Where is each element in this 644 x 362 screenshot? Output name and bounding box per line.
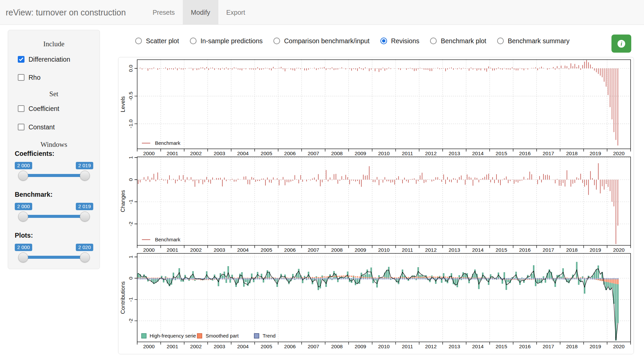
slider-value-to: 2 020 [76,244,93,251]
checkbox-icon [18,74,24,81]
slider-benchmark: Benchmark: 2 000 2 019 [15,191,93,223]
checkbox-constant[interactable]: Constant [18,123,55,131]
tab-export[interactable]: Export [218,0,253,25]
radio-icon [497,38,504,44]
radio-icon [380,38,387,44]
slider-value-from: 2 000 [15,162,32,169]
sidebar-panel: Include Differenciation Rho Set Coeffici… [8,30,100,269]
checkbox-icon [18,124,24,130]
slider-handle-right[interactable] [80,212,90,222]
slider-value-to: 2 019 [76,162,93,169]
radio-scatter-plot[interactable]: Scatter plot [135,37,179,45]
slider-handle-left[interactable] [18,212,28,222]
checkbox-icon [18,56,24,63]
radio-icon [135,38,142,44]
set-heading: Set [8,90,100,98]
checkbox-coefficient[interactable]: Coefficient [18,104,59,113]
checkbox-rho[interactable]: Rho [18,73,41,82]
slider-plots: Plots: 2 000 2 020 [15,232,93,263]
tab-modify[interactable]: Modify [183,0,218,25]
info-icon: i [618,40,625,48]
include-heading: Include [8,40,100,48]
slider-value-from: 2 000 [15,203,32,210]
nav-tabs: Presets Modify Export [145,0,253,25]
checkbox-differenciation[interactable]: Differenciation [18,55,70,64]
slider-track[interactable] [23,256,85,259]
slider-track[interactable] [23,215,85,218]
checkbox-icon [18,105,24,112]
radio-icon [273,38,280,44]
slider-handle-left[interactable] [18,252,28,262]
slider-coefficients: Coefficients: 2 000 2 019 [15,150,93,182]
slider-value-from: 2 000 [15,244,32,251]
slider-label: Coefficients: [15,150,93,158]
slider-label: Plots: [15,232,93,239]
slider-track[interactable] [23,174,85,177]
plot-type-radio-group: Scatter plot In-sample predictions Compa… [135,35,570,47]
slider-value-to: 2 019 [76,203,93,210]
slider-label: Benchmark: [15,191,93,198]
tab-presets[interactable]: Presets [145,0,183,25]
radio-benchmark-summary[interactable]: Benchmark summary [497,37,570,45]
radio-benchmark-plot[interactable]: Benchmark plot [430,37,486,45]
radio-in-sample-predictions[interactable]: In-sample predictions [190,37,263,45]
slider-handle-left[interactable] [18,171,28,181]
app-title: reView: turnover on construction [6,0,126,25]
slider-handle-right[interactable] [80,171,90,181]
charts-panel [118,57,634,354]
top-navbar: reView: turnover on construction Presets… [0,0,644,25]
radio-revisions[interactable]: Revisions [380,37,420,45]
radio-icon [430,38,437,44]
radio-icon [190,38,197,44]
radio-comparison-benchmark-input[interactable]: Comparison benchmark/input [273,37,370,45]
slider-handle-right[interactable] [80,252,90,262]
info-button[interactable]: i [611,35,631,53]
windows-heading: Windows [8,140,100,149]
